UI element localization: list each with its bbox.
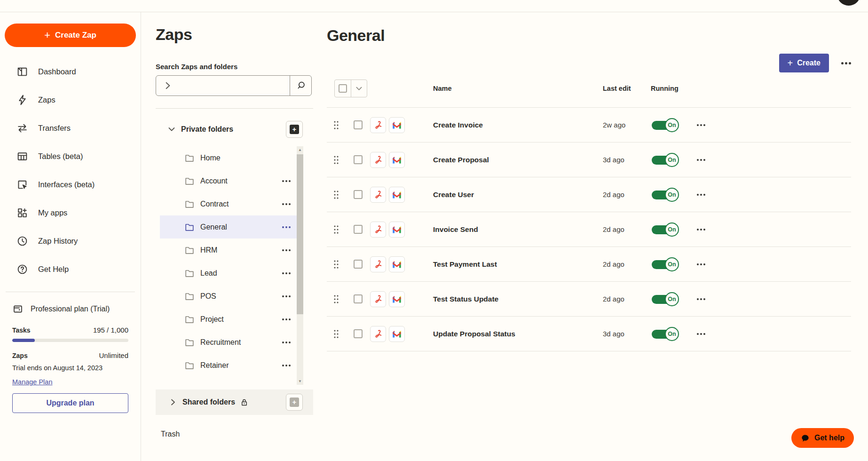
create-button[interactable]: + Create	[779, 54, 829, 72]
column-header-running[interactable]: Running	[651, 85, 693, 92]
folder-actions-menu[interactable]	[841, 62, 851, 64]
folder-menu-dots[interactable]	[282, 295, 291, 297]
drag-handle-icon[interactable]	[333, 294, 339, 304]
zap-row[interactable]: Invoice Send2d agoOn	[327, 212, 851, 247]
folder-item-retainer[interactable]: Retainer	[160, 354, 297, 377]
sidebar-item-transfers[interactable]: Transfers	[0, 114, 141, 142]
zap-name-link[interactable]: Create User	[433, 191, 591, 199]
sidebar-item-zap-history[interactable]: Zap History	[0, 227, 141, 255]
select-all-checkbox[interactable]	[335, 80, 351, 97]
row-checkbox[interactable]	[354, 260, 363, 269]
zap-menu-dots[interactable]	[693, 159, 851, 161]
sidebar-item-dashboard[interactable]: Dashboard	[0, 57, 141, 86]
folder-menu-dots[interactable]	[282, 226, 291, 228]
row-checkbox[interactable]	[354, 155, 363, 164]
folder-item-recruitment[interactable]: Recruitment	[160, 331, 297, 354]
chevron-right-icon[interactable]	[169, 398, 177, 406]
chevron-down-icon[interactable]	[168, 126, 175, 133]
running-toggle[interactable]: On	[652, 153, 679, 167]
drag-handle-icon[interactable]	[333, 120, 339, 130]
add-private-folder-button[interactable]: +	[286, 121, 303, 138]
zap-menu-dots[interactable]	[693, 263, 851, 265]
running-toggle[interactable]: On	[652, 118, 679, 132]
gmail-icon	[389, 117, 405, 133]
drag-handle-icon[interactable]	[333, 190, 339, 200]
trash-link[interactable]: Trash	[156, 430, 313, 438]
manage-plan-link[interactable]: Manage Plan	[12, 378, 52, 386]
get-help-button[interactable]: Get help	[791, 428, 854, 448]
upgrade-plan-button[interactable]: Upgrade plan	[12, 393, 128, 413]
column-header-last-edit[interactable]: Last edit	[591, 85, 651, 92]
column-header-name[interactable]: Name	[433, 85, 591, 92]
scrollbar-thumb[interactable]	[297, 154, 303, 314]
zap-name-link[interactable]: Update Proposal Status	[433, 330, 591, 338]
zap-name-link[interactable]: Invoice Send	[433, 225, 591, 234]
sidebar-item-tables[interactable]: Tables (beta)	[0, 142, 141, 170]
zap-menu-dots[interactable]	[693, 194, 851, 196]
folder-item-account[interactable]: Account	[160, 169, 297, 192]
folder-item-project[interactable]: Project	[160, 308, 297, 331]
running-toggle[interactable]: On	[652, 292, 679, 306]
zap-menu-dots[interactable]	[693, 298, 851, 300]
folder-menu-dots[interactable]	[282, 342, 291, 343]
running-toggle[interactable]: On	[652, 327, 679, 341]
row-checkbox[interactable]	[354, 120, 363, 129]
folder-menu-dots[interactable]	[282, 249, 291, 251]
search-button[interactable]	[290, 76, 311, 95]
zap-menu-dots[interactable]	[693, 333, 851, 335]
drag-handle-icon[interactable]	[333, 155, 339, 165]
zap-menu-dots[interactable]	[693, 124, 851, 126]
zaps-page-title: Zaps	[156, 25, 313, 44]
zap-row[interactable]: Update Proposal Status3d agoOn	[327, 317, 851, 351]
select-menu-chevron[interactable]	[351, 80, 367, 97]
scroll-up-arrow[interactable]: ▲	[297, 148, 303, 152]
folder-menu-dots[interactable]	[282, 272, 291, 274]
row-checkbox[interactable]	[354, 225, 363, 234]
shared-folders-header[interactable]: Shared folders +	[156, 389, 313, 415]
row-checkbox[interactable]	[354, 329, 363, 338]
zap-row[interactable]: Test Status Update2d agoOn	[327, 282, 851, 317]
zap-row[interactable]: Create User2d agoOn	[327, 177, 851, 212]
sidebar-item-get-help[interactable]: Get Help	[0, 255, 141, 283]
running-toggle[interactable]: On	[652, 188, 679, 202]
drag-handle-icon[interactable]	[333, 329, 339, 339]
zap-name-link[interactable]: Test Status Update	[433, 295, 591, 303]
row-checkbox[interactable]	[354, 190, 363, 199]
folder-menu-dots[interactable]	[282, 318, 291, 320]
folder-item-hrm[interactable]: HRM	[160, 238, 297, 262]
folder-item-lead[interactable]: Lead	[160, 262, 297, 285]
row-checkbox[interactable]	[354, 294, 363, 303]
scroll-down-arrow[interactable]: ▼	[297, 379, 303, 383]
folder-item-retention[interactable]: Retention	[160, 377, 297, 385]
folder-menu-dots[interactable]	[282, 365, 291, 366]
zap-menu-dots[interactable]	[693, 229, 851, 230]
private-folders-header[interactable]: Private folders +	[156, 119, 313, 140]
folder-menu-dots[interactable]	[282, 180, 291, 182]
folder-item-home[interactable]: Home	[160, 146, 297, 169]
gmail-icon	[389, 222, 405, 238]
zap-row[interactable]: Create Invoice2w agoOn	[327, 108, 851, 143]
zap-name-link[interactable]: Test Payment Last	[433, 260, 591, 269]
add-shared-folder-button[interactable]: +	[286, 394, 303, 411]
sidebar-item-zaps[interactable]: Zaps	[0, 86, 141, 114]
zap-row[interactable]: Test Payment Last2d agoOn	[327, 247, 851, 282]
running-toggle[interactable]: On	[652, 257, 679, 271]
folder-item-general[interactable]: General	[160, 215, 297, 238]
folder-item-pos[interactable]: POS	[160, 285, 297, 308]
folder-menu-dots[interactable]	[282, 203, 291, 205]
zap-name-link[interactable]: Create Proposal	[433, 156, 591, 164]
create-zap-button[interactable]: + Create Zap	[5, 24, 136, 47]
sidebar-item-my-apps[interactable]: My apps	[0, 199, 141, 227]
user-avatar[interactable]	[837, 0, 860, 6]
drag-handle-icon[interactable]	[333, 259, 339, 270]
running-toggle[interactable]: On	[652, 223, 679, 237]
zap-name-link[interactable]: Create Invoice	[433, 121, 591, 129]
sidebar-item-interfaces[interactable]: Interfaces (beta)	[0, 170, 141, 199]
search-input[interactable]	[172, 76, 290, 95]
folder-scrollbar[interactable]: ▲ ▼	[297, 146, 303, 385]
folder-icon	[184, 360, 195, 371]
trial-note: Trial ends on August 14, 2023	[12, 364, 128, 372]
drag-handle-icon[interactable]	[333, 224, 339, 235]
folder-item-contract[interactable]: Contract	[160, 192, 297, 215]
zap-row[interactable]: Create Proposal3d agoOn	[327, 143, 851, 177]
